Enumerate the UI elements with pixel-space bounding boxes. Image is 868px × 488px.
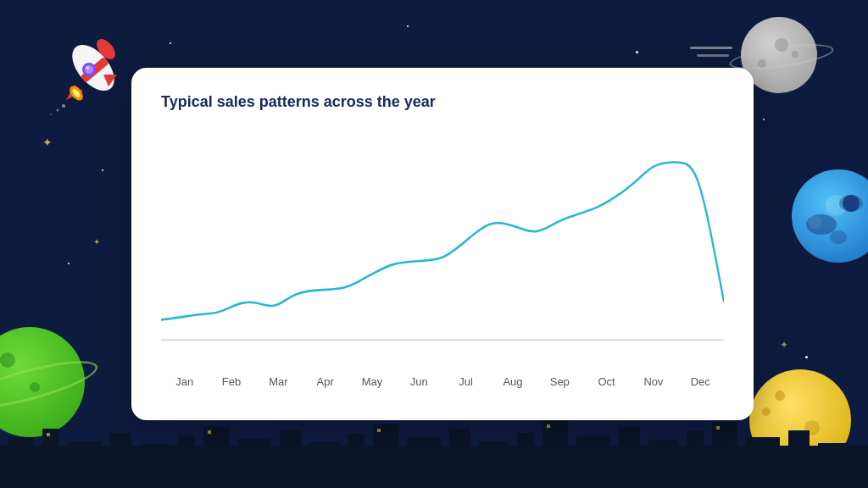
svg-rect-37	[687, 431, 704, 488]
x-axis-label: Feb	[208, 375, 254, 388]
x-axis-label: Nov	[630, 375, 676, 388]
chart-title: Typical sales patterns across the year	[161, 93, 724, 111]
svg-rect-33	[542, 420, 568, 488]
x-axis-label: Oct	[583, 375, 630, 388]
svg-rect-27	[348, 434, 364, 488]
city-skyline	[0, 412, 868, 488]
svg-rect-17	[8, 437, 34, 488]
x-axis-label: Sep	[537, 375, 583, 388]
x-axis-label: Aug	[489, 375, 536, 388]
planet-blue-illustration	[792, 169, 868, 263]
svg-point-10	[62, 104, 65, 108]
speed-lines	[690, 47, 732, 62]
x-axis-label: Jul	[442, 375, 489, 388]
x-axis-label: Dec	[677, 375, 724, 388]
svg-point-9	[71, 87, 81, 98]
svg-rect-46	[716, 426, 720, 430]
svg-rect-18	[42, 429, 59, 488]
star-sparkle: ✦	[93, 237, 100, 247]
svg-point-2	[93, 36, 119, 63]
svg-point-8	[67, 83, 86, 103]
chart-card: Typical sales patterns across the year J…	[131, 68, 754, 420]
svg-rect-23	[203, 427, 229, 488]
svg-point-4	[85, 65, 93, 74]
svg-point-5	[86, 66, 89, 69]
svg-marker-7	[103, 75, 117, 86]
svg-rect-22	[178, 435, 195, 488]
line-chart-svg	[161, 128, 724, 370]
svg-rect-34	[576, 435, 610, 488]
rocket-illustration	[42, 25, 136, 119]
svg-rect-32	[517, 433, 534, 488]
planet-green-illustration	[0, 327, 85, 437]
svg-rect-39	[746, 437, 780, 488]
svg-rect-38	[712, 422, 737, 488]
svg-rect-16	[0, 446, 868, 488]
svg-rect-19	[68, 441, 102, 488]
x-axis-label: Jun	[396, 375, 442, 388]
svg-point-0	[64, 37, 123, 98]
svg-rect-41	[818, 443, 848, 488]
svg-rect-35	[619, 427, 640, 488]
svg-rect-42	[47, 433, 50, 436]
svg-rect-40	[788, 430, 810, 488]
chart-area	[161, 128, 724, 370]
star-sparkle: ✦	[780, 339, 788, 351]
svg-rect-31	[479, 441, 509, 488]
svg-rect-24	[237, 439, 271, 488]
svg-point-3	[82, 63, 96, 76]
svg-point-11	[57, 109, 59, 112]
x-axis-label: Mar	[255, 375, 302, 388]
svg-marker-6	[66, 85, 83, 100]
svg-rect-36	[648, 440, 678, 488]
svg-rect-45	[547, 424, 550, 428]
svg-point-13	[806, 214, 837, 235]
svg-rect-29	[407, 437, 441, 488]
x-axis-labels: JanFebMarAprMayJunJulAugSepOctNovDec	[161, 370, 724, 388]
svg-rect-26	[309, 442, 339, 488]
svg-point-14	[839, 195, 863, 212]
x-axis-label: May	[348, 375, 395, 388]
x-axis-label: Jan	[161, 375, 208, 388]
svg-rect-43	[208, 430, 211, 434]
svg-rect-30	[449, 429, 470, 488]
svg-point-12	[50, 114, 52, 115]
svg-point-15	[830, 230, 847, 244]
svg-rect-21	[140, 444, 170, 488]
svg-rect-1	[81, 57, 109, 83]
svg-rect-28	[373, 424, 398, 488]
planet-yellow-illustration	[749, 369, 851, 471]
svg-rect-20	[110, 433, 131, 488]
svg-rect-25	[280, 430, 301, 488]
x-axis-label: Apr	[302, 375, 348, 388]
svg-rect-44	[377, 429, 381, 432]
star-sparkle: ✦	[42, 136, 53, 149]
